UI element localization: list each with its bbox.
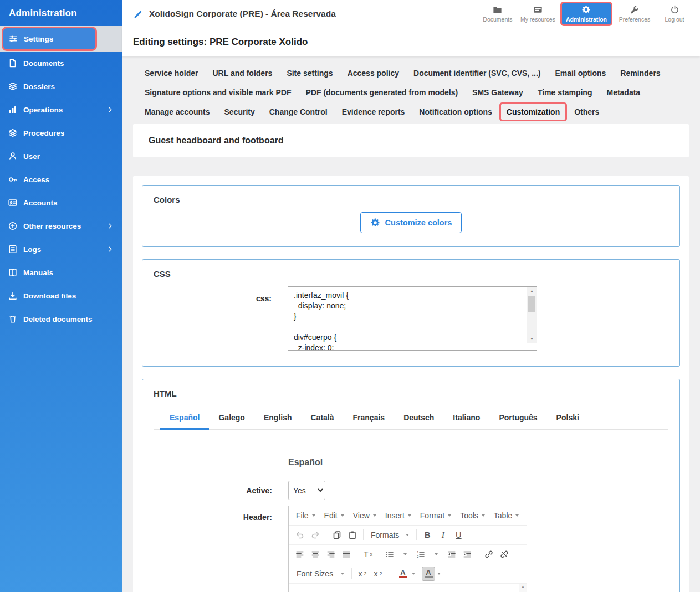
tab-customization[interactable]: Customization xyxy=(499,102,567,121)
scroll-up-arrow-icon[interactable]: ▲ xyxy=(527,287,537,295)
css-scrollbar[interactable]: ▲ ▼ xyxy=(527,287,537,343)
tab-email-options[interactable]: Email options xyxy=(548,64,613,83)
topnav-documents[interactable]: Documents xyxy=(478,0,518,28)
topnav-log-out[interactable]: Log out xyxy=(655,0,694,28)
bold-button[interactable]: B xyxy=(420,527,435,543)
topnav-my-resources[interactable]: My resources xyxy=(518,0,558,28)
lang-tab-francais[interactable]: Français xyxy=(344,407,395,429)
tab-access-policy[interactable]: Access policy xyxy=(340,64,406,83)
align-justify-button[interactable] xyxy=(339,547,354,562)
lang-tab-portugues[interactable]: Português xyxy=(489,407,546,429)
book-icon xyxy=(8,268,17,277)
redo-button[interactable] xyxy=(308,527,323,543)
sidebar-item-settings[interactable]: Settings xyxy=(0,26,122,52)
align-center-button[interactable] xyxy=(308,547,323,562)
sidebar-item-label: Dossiers xyxy=(23,83,55,91)
tab-evidence-reports[interactable]: Evidence reports xyxy=(335,102,412,121)
chevron-down-icon xyxy=(341,573,344,575)
topnav-administration[interactable]: Administration xyxy=(560,2,612,26)
bullet-list-caret[interactable] xyxy=(397,547,413,562)
outdent-button[interactable] xyxy=(444,547,459,562)
tab-reminders[interactable]: Reminders xyxy=(613,64,667,83)
tab-url-and-folders[interactable]: URL and folders xyxy=(206,64,280,83)
sidebar-item-accounts[interactable]: Accounts xyxy=(0,191,122,214)
scrollbar-thumb[interactable] xyxy=(528,296,535,312)
scroll-down-arrow-icon[interactable]: ▼ xyxy=(527,334,537,343)
sidebar-item-procedures[interactable]: Procedures xyxy=(0,121,122,145)
lang-tab-english[interactable]: English xyxy=(254,407,302,429)
sidebar-item-manuals[interactable]: Manuals xyxy=(0,261,122,284)
editor-menu-tools[interactable]: Tools xyxy=(456,508,489,523)
sidebar-item-download-files[interactable]: Download files xyxy=(0,284,122,307)
superscript-button[interactable]: x2 xyxy=(370,566,386,581)
bullet-list-button[interactable] xyxy=(382,547,397,562)
tab-change-control[interactable]: Change Control xyxy=(262,102,335,121)
editor-menu-view[interactable]: View xyxy=(349,508,381,523)
sidebar-item-access[interactable]: Access xyxy=(0,168,122,191)
tab-sms-gateway[interactable]: SMS Gateway xyxy=(465,83,530,102)
editor-menu-file[interactable]: File xyxy=(292,508,320,523)
numbered-list-caret[interactable] xyxy=(428,547,444,562)
lang-tab-catala[interactable]: Català xyxy=(302,407,344,429)
lang-tab-italiano[interactable]: Italiano xyxy=(443,407,489,429)
unlink-button[interactable] xyxy=(497,547,512,562)
paste-button[interactable] xyxy=(345,527,360,543)
align-left-button[interactable] xyxy=(292,547,308,562)
editor-content-area[interactable]: ▲ xyxy=(289,584,527,592)
active-select[interactable]: Yes xyxy=(288,481,325,500)
sidebar-item-deleted-documents[interactable]: Deleted documents xyxy=(0,307,122,331)
editor-menu-insert[interactable]: Insert xyxy=(381,508,416,523)
tab-time-stamping[interactable]: Time stamping xyxy=(530,83,600,102)
sidebar-item-other-resources[interactable]: Other resources xyxy=(0,214,122,238)
formats-dropdown[interactable]: Formats xyxy=(366,528,413,542)
sidebar-item-dossiers[interactable]: Dossiers xyxy=(0,75,122,98)
app-brand[interactable]: XolidoSign Corporate (PRE) - Área Reserv… xyxy=(133,9,336,19)
numbered-list-button[interactable]: 12 xyxy=(413,547,428,562)
sidebar-item-user[interactable]: User xyxy=(0,145,122,168)
tab-others[interactable]: Others xyxy=(567,102,606,121)
lang-tab-deutsch[interactable]: Deutsch xyxy=(394,407,443,429)
background-color-button[interactable]: A xyxy=(422,567,435,581)
customize-colors-button[interactable]: Customize colors xyxy=(360,212,462,233)
clear-formatting-button[interactable]: Tx xyxy=(360,547,376,562)
tab-service-holder[interactable]: Service holder xyxy=(137,64,206,83)
topnav-preferences[interactable]: Preferences xyxy=(615,0,655,28)
tab-pdf-models[interactable]: PDF (documents generated from models) xyxy=(299,83,466,102)
tab-document-identifier[interactable]: Document identifier (SVC, CVS, ...) xyxy=(406,64,548,83)
customization-body: Colors Customize colors CSS css: .i xyxy=(133,176,689,592)
tab-security[interactable]: Security xyxy=(217,102,262,121)
copy-button[interactable] xyxy=(329,527,345,543)
sidebar-item-operations[interactable]: Operations xyxy=(0,98,122,121)
link-button[interactable] xyxy=(481,547,497,562)
text-color-caret[interactable] xyxy=(410,566,417,581)
tab-manage-accounts[interactable]: Manage accounts xyxy=(137,102,217,121)
settings-tabs-row-1: Service holder URL and folders Site sett… xyxy=(133,64,689,83)
background-color-caret[interactable] xyxy=(435,566,443,581)
css-textarea[interactable]: .interfaz_movil { display: none; } div#c… xyxy=(288,286,537,351)
sidebar-item-settings-pill[interactable]: Settings xyxy=(2,27,97,51)
lang-tab-espanol[interactable]: Español xyxy=(160,407,209,430)
editor-menu-format[interactable]: Format xyxy=(416,508,456,523)
italic-button[interactable]: I xyxy=(435,527,451,543)
sidebar-item-logs[interactable]: Logs xyxy=(0,238,122,261)
text-color-button[interactable]: A xyxy=(396,566,410,581)
lang-tab-polski[interactable]: Polski xyxy=(547,407,589,429)
list-icon xyxy=(8,245,17,254)
sidebar-item-documents[interactable]: Documents xyxy=(0,52,122,75)
tab-signature-options[interactable]: Signature options and visible mark PDF xyxy=(137,83,299,102)
align-right-button[interactable] xyxy=(323,547,339,562)
editor-menu-edit[interactable]: Edit xyxy=(320,508,349,523)
indent-button[interactable] xyxy=(459,547,475,562)
underline-button[interactable]: U xyxy=(451,527,466,543)
tab-notification-options[interactable]: Notification options xyxy=(412,102,499,121)
subscript-button[interactable]: x2 xyxy=(355,566,370,581)
section-title: Guest headboard and footboard xyxy=(133,124,689,157)
chevron-right-icon xyxy=(107,106,114,113)
editor-menu-table[interactable]: Table xyxy=(489,508,523,523)
lang-tab-galego[interactable]: Galego xyxy=(209,407,254,429)
tab-metadata[interactable]: Metadata xyxy=(599,83,647,102)
undo-button[interactable] xyxy=(292,527,308,543)
tab-site-settings[interactable]: Site settings xyxy=(279,64,340,83)
font-sizes-dropdown[interactable]: Font Sizes xyxy=(292,567,349,581)
editor-scrollbar[interactable]: ▲ xyxy=(519,584,527,592)
